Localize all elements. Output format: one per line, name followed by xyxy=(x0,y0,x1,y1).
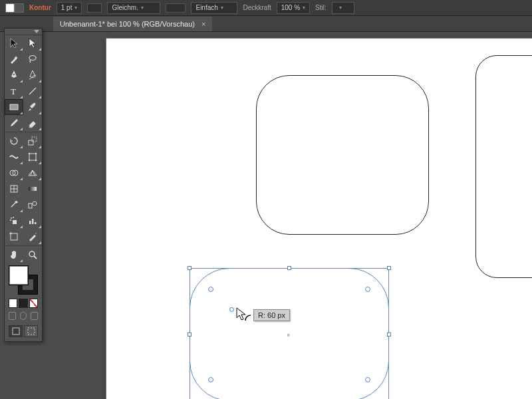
slice-tool[interactable] xyxy=(23,229,42,245)
stil-label[interactable]: Stil: xyxy=(315,4,327,11)
svg-line-3 xyxy=(29,88,36,94)
svg-rect-28 xyxy=(35,222,37,224)
svg-point-24 xyxy=(13,217,14,218)
scale-tool[interactable] xyxy=(23,133,42,149)
svg-rect-4 xyxy=(10,104,18,110)
vsp-icon[interactable] xyxy=(87,3,102,13)
resize-handle[interactable] xyxy=(188,332,192,336)
document-tab-title: Unbenannt-1* bei 100 % (RGB/Vorschau) xyxy=(60,20,195,28)
rotate-tool[interactable] xyxy=(5,133,23,149)
resize-handle[interactable] xyxy=(387,332,391,336)
fill-color-swatch[interactable] xyxy=(9,265,29,285)
symbol-sprayer-tool[interactable] xyxy=(5,213,23,229)
svg-point-21 xyxy=(33,201,37,205)
live-corner-widget[interactable] xyxy=(208,287,213,292)
selection-tool[interactable] xyxy=(5,35,23,51)
svg-rect-29 xyxy=(11,233,17,240)
control-bar: Kontur 1 pt Gleichm. Einfach Deckkraft 1… xyxy=(0,0,532,16)
brush-def-field[interactable]: Einfach xyxy=(191,2,237,14)
profile-field[interactable]: Gleichm. xyxy=(107,2,160,14)
svg-point-11 xyxy=(35,160,37,162)
svg-point-0 xyxy=(29,56,36,61)
svg-point-23 xyxy=(11,217,12,219)
svg-point-25 xyxy=(10,219,11,221)
color-mode-solid[interactable] xyxy=(9,299,17,308)
draw-behind-button[interactable] xyxy=(24,325,38,337)
close-icon[interactable]: × xyxy=(201,20,205,28)
pencil-tool[interactable] xyxy=(5,115,23,131)
resize-handle[interactable] xyxy=(188,266,192,270)
rectangle-tool[interactable] xyxy=(5,99,23,115)
svg-rect-35 xyxy=(28,328,35,334)
direct-selection-tool[interactable] xyxy=(23,35,42,51)
eyedropper-tool[interactable] xyxy=(5,197,23,213)
svg-point-1 xyxy=(13,74,15,75)
document-tab-bar: Unbenannt-1* bei 100 % (RGB/Vorschau) × xyxy=(0,16,532,32)
fill-stroke-control[interactable] xyxy=(9,265,38,297)
perspective-grid-tool[interactable] xyxy=(23,165,42,181)
gradient-tool[interactable] xyxy=(23,181,42,197)
canvas-viewport[interactable]: × R: 60 px xyxy=(53,32,532,399)
blend-tool[interactable] xyxy=(23,197,42,213)
hand-tool[interactable] xyxy=(5,247,23,263)
svg-line-33 xyxy=(34,256,37,259)
pen-tool[interactable] xyxy=(5,67,23,83)
svg-rect-20 xyxy=(29,203,32,208)
zoom-tool[interactable] xyxy=(23,247,42,263)
resize-handle[interactable] xyxy=(287,266,291,270)
svg-rect-34 xyxy=(13,328,19,334)
rounded-rectangle-shape-right[interactable] xyxy=(475,55,532,278)
live-corner-widget[interactable] xyxy=(365,377,370,382)
fill-swatch[interactable] xyxy=(5,3,15,13)
svg-point-9 xyxy=(35,153,37,155)
draw-normal-button[interactable] xyxy=(9,325,23,337)
selected-shape-group[interactable]: × xyxy=(190,268,389,399)
curvature-tool[interactable] xyxy=(23,67,42,83)
svg-point-32 xyxy=(29,251,35,257)
shape-builder-tool[interactable] xyxy=(5,165,23,181)
document-tab[interactable]: Unbenannt-1* bei 100 % (RGB/Vorschau) × xyxy=(53,17,212,31)
width-tool[interactable] xyxy=(5,149,23,165)
svg-rect-19 xyxy=(29,187,37,191)
style-field[interactable] xyxy=(332,2,354,14)
fill-stroke-mini[interactable] xyxy=(5,3,24,13)
color-mode-none[interactable] xyxy=(29,299,38,308)
screen-mode-icon[interactable] xyxy=(9,312,16,320)
line-segment-tool[interactable] xyxy=(23,83,42,99)
workspace: T xyxy=(0,32,532,399)
magic-wand-tool[interactable] xyxy=(5,51,23,67)
resize-handle[interactable] xyxy=(387,266,391,270)
svg-rect-26 xyxy=(29,221,31,224)
svg-rect-6 xyxy=(32,137,37,142)
lasso-tool[interactable] xyxy=(23,51,42,67)
stroke-swatch[interactable] xyxy=(15,3,24,13)
kontur-label[interactable]: Kontur xyxy=(29,4,51,11)
svg-point-8 xyxy=(29,153,31,155)
svg-rect-27 xyxy=(32,219,34,224)
stroke-weight-field[interactable]: 1 pt xyxy=(57,2,82,14)
opacity-field[interactable]: 100 % xyxy=(277,2,310,14)
column-graph-tool[interactable] xyxy=(23,213,42,229)
screen-mode-icon-2[interactable] xyxy=(20,312,27,320)
type-tool[interactable]: T xyxy=(5,83,23,99)
artboard[interactable]: × R: 60 px xyxy=(106,39,532,399)
tools-panel: T xyxy=(4,28,43,342)
live-corner-widget[interactable] xyxy=(365,287,370,292)
svg-rect-22 xyxy=(13,220,17,224)
svg-text:T: T xyxy=(11,86,16,96)
color-mode-gradient[interactable] xyxy=(19,299,27,308)
deckkraft-label[interactable]: Deckkraft xyxy=(243,4,271,11)
rounded-rectangle-shape[interactable] xyxy=(256,75,429,235)
free-transform-tool[interactable] xyxy=(23,149,42,165)
mesh-tool[interactable] xyxy=(5,181,23,197)
svg-rect-5 xyxy=(29,140,33,145)
live-corner-widget[interactable] xyxy=(208,377,213,382)
artboard-tool[interactable] xyxy=(5,229,23,245)
panel-grip[interactable] xyxy=(5,29,42,35)
eraser-tool[interactable] xyxy=(23,115,42,131)
svg-rect-7 xyxy=(29,154,36,160)
paintbrush-tool[interactable] xyxy=(23,99,42,115)
brush-preview-icon[interactable] xyxy=(166,3,186,13)
svg-point-10 xyxy=(29,160,31,162)
screen-mode-icon-3[interactable] xyxy=(31,312,38,320)
